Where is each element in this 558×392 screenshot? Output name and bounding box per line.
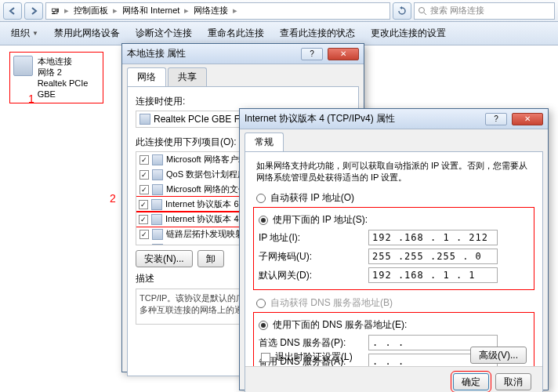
subnet-mask-input[interactable]: 255 .255 .255 . 0 — [368, 249, 498, 264]
radio-auto-ip[interactable]: 自动获得 IP 地址(O) — [256, 191, 531, 205]
nav-forward-button[interactable] — [24, 2, 43, 20]
callout-2: 2 — [110, 192, 116, 205]
cancel-button[interactable]: 取消 — [495, 373, 531, 390]
command-bar: 组织▼ 禁用此网络设备 诊断这个连接 重命名此连接 查看此连接的状态 更改此连接… — [0, 22, 558, 45]
adapter-network: 网络 2 — [38, 67, 100, 78]
dlg2-help-button[interactable]: ? — [485, 113, 507, 125]
adapter-item[interactable]: 本地连接 网络 2 Realtek PCIe GBE — [9, 52, 103, 103]
diagnose-button[interactable]: 诊断这个连接 — [129, 24, 198, 43]
crumb-control-panel[interactable]: 控制面板 — [71, 5, 111, 16]
gateway-input[interactable]: 192 .168 . 1 . 1 — [368, 267, 498, 283]
ok-button[interactable]: 确定 — [453, 373, 489, 390]
crumb-network-internet[interactable]: 网络和 Internet — [119, 5, 183, 16]
ipv4-note: 如果网络支持此功能，则可以获取自动指派的 IP 设置。否则，您需要从网络系统管理… — [256, 160, 531, 183]
dlg2-title: Internet 协议版本 4 (TCP/IPv4) 属性 — [245, 112, 395, 125]
nic-icon — [140, 114, 150, 125]
disable-device-button[interactable]: 禁用此网络设备 — [48, 24, 126, 43]
dlg1-tab-network[interactable]: 网络 — [127, 67, 166, 86]
radio-use-ip[interactable]: 使用下面的 IP 地址(S): — [259, 213, 529, 227]
nav-back-button[interactable] — [3, 2, 22, 20]
organize-button[interactable]: 组织▼ — [5, 24, 45, 43]
dlg2-tab-general[interactable]: 常规 — [245, 132, 284, 151]
dlg1-close-button[interactable]: ✕ — [328, 48, 359, 60]
dlg1-tab-sharing[interactable]: 共享 — [168, 67, 207, 86]
adapter-icon — [13, 56, 33, 76]
advanced-button[interactable]: 高级(V)... — [470, 347, 527, 364]
dlg1-title: 本地连接 属性 — [127, 47, 186, 60]
rename-button[interactable]: 重命名此连接 — [201, 24, 270, 43]
svg-line-1 — [424, 13, 426, 15]
dlg2-close-button[interactable]: ✕ — [512, 113, 543, 125]
dlg2-titlebar[interactable]: Internet 协议版本 4 (TCP/IPv4) 属性 ? ✕ — [240, 109, 548, 129]
radio-use-dns[interactable]: 使用下面的 DNS 服务器地址(E): — [259, 318, 529, 332]
callout-1: 1 — [28, 93, 34, 105]
search-input[interactable]: 搜索 网络连接 — [414, 2, 555, 20]
change-settings-button[interactable]: 更改此连接的设置 — [364, 24, 452, 43]
adapter-name: 本地连接 — [38, 56, 100, 67]
crumb-network-connections[interactable]: 网络连接 — [190, 5, 231, 16]
validate-on-exit-checkbox[interactable]: 退出时验证设置(L) — [261, 350, 353, 364]
manual-ip-group: 使用下面的 IP 地址(S): IP 地址(I):192 .168 . 1 . … — [253, 207, 534, 290]
address-bar: 🖳▸ 控制面板▸ 网络和 Internet▸ 网络连接▸ 搜索 网络连接 — [0, 0, 558, 22]
dlg1-titlebar[interactable]: 本地连接 属性 ? ✕ — [122, 44, 364, 64]
refresh-button[interactable] — [393, 2, 411, 20]
install-button[interactable]: 安装(N)... — [136, 250, 193, 267]
adapter-device: Realtek PCIe GBE — [38, 78, 100, 100]
uninstall-button[interactable]: 卸 — [197, 250, 224, 267]
ipv4-properties-dialog: Internet 协议版本 4 (TCP/IPv4) 属性 ? ✕ 常规 如果网… — [239, 108, 549, 390]
search-icon — [418, 6, 427, 16]
ip-address-input[interactable]: 192 .168 . 1 . 212 — [368, 230, 498, 245]
dlg1-help-button[interactable]: ? — [301, 48, 323, 60]
radio-auto-dns: 自动获得 DNS 服务器地址(B) — [256, 296, 531, 310]
svg-point-0 — [419, 7, 425, 13]
view-status-button[interactable]: 查看此连接的状态 — [274, 24, 361, 43]
breadcrumb[interactable]: 🖳▸ 控制面板▸ 网络和 Internet▸ 网络连接▸ — [45, 2, 390, 20]
connect-using-label: 连接时使用: — [136, 95, 350, 108]
